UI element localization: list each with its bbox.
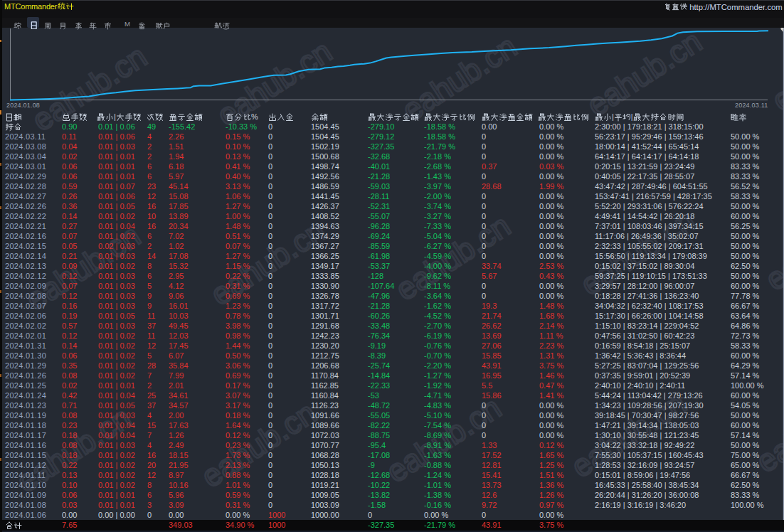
svg-text:eahub.cn: eahub.cn (766, 18, 784, 118)
svg-text:eahub.cn: eahub.cn (389, 208, 517, 307)
svg-text:eahub.cn: eahub.cn (195, 395, 322, 494)
svg-text:eahub.cn: eahub.cn (759, 198, 784, 297)
svg-text:eahub.cn: eahub.cn (581, 23, 708, 123)
